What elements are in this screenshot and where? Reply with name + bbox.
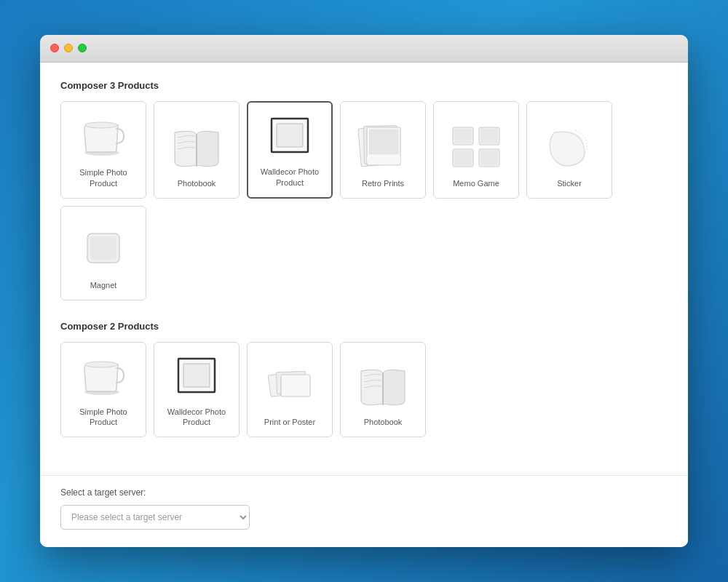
svg-rect-26 xyxy=(281,375,310,396)
composer2-section-title: Composer 2 Products xyxy=(60,321,668,332)
svg-rect-11 xyxy=(454,129,472,143)
svg-rect-13 xyxy=(480,129,498,143)
product-label-print-poster-c2: Print or Poster xyxy=(264,417,315,428)
product-label-walldecor-c3: Walldecor PhotoProduct xyxy=(261,167,319,188)
title-bar xyxy=(40,35,688,63)
product-label-retro-prints-c3: Retro Prints xyxy=(362,178,404,189)
svg-rect-17 xyxy=(480,151,498,165)
product-sticker-c3[interactable]: Sticker xyxy=(526,101,612,199)
product-magnet-c3[interactable]: Magnet xyxy=(60,206,146,300)
product-simple-photo-c2[interactable]: Simple Photo Product xyxy=(60,342,146,438)
svg-rect-19 xyxy=(90,236,116,260)
product-label-memo-game-c3: Memo Game xyxy=(453,178,499,189)
svg-point-1 xyxy=(85,122,117,128)
app-window: Composer 3 Products Simple PhotoProduct xyxy=(40,35,688,547)
sticker-icon xyxy=(540,121,598,172)
product-label-sticker-c3: Sticker xyxy=(557,178,582,189)
prints-icon xyxy=(354,121,412,172)
memo-icon xyxy=(447,121,505,172)
poster-icon xyxy=(261,360,319,411)
product-retro-prints-c3[interactable]: Retro Prints xyxy=(340,101,426,199)
window-content: Composer 3 Products Simple PhotoProduct xyxy=(40,63,688,475)
composer3-products-grid: Simple PhotoProduct Photobook xyxy=(60,101,668,300)
server-label: Select a target server: xyxy=(60,487,668,498)
product-label-simple-photo-c3: Simple PhotoProduct xyxy=(79,167,127,189)
composer3-section-title: Composer 3 Products xyxy=(60,80,668,91)
minimize-button[interactable] xyxy=(64,44,73,52)
composer2-products-grid: Simple Photo Product Walldecor PhotoProd… xyxy=(60,342,668,438)
mug-icon xyxy=(74,111,132,162)
svg-rect-4 xyxy=(277,124,303,147)
product-memo-game-c3[interactable]: Memo Game xyxy=(433,101,519,199)
magnet-icon xyxy=(74,223,132,274)
book2-icon xyxy=(354,360,412,411)
server-section: Select a target server: Please select a … xyxy=(40,475,688,547)
product-photobook-c3[interactable]: Photobook xyxy=(154,101,240,199)
product-simple-photo-c3[interactable]: Simple PhotoProduct xyxy=(60,101,146,199)
product-walldecor-c3[interactable]: Walldecor PhotoProduct xyxy=(247,101,333,199)
product-walldecor-c2[interactable]: Walldecor PhotoProduct xyxy=(154,342,240,438)
product-label-magnet-c3: Magnet xyxy=(90,280,117,291)
frame-icon xyxy=(261,110,319,161)
svg-point-21 xyxy=(85,362,117,367)
svg-rect-23 xyxy=(183,364,210,387)
svg-rect-9 xyxy=(367,156,400,162)
product-label-simple-photo-c2: Simple Photo Product xyxy=(67,407,140,428)
server-select[interactable]: Please select a target server Production… xyxy=(60,505,250,530)
maximize-button[interactable] xyxy=(78,44,87,52)
traffic-lights xyxy=(50,44,87,52)
frame2-icon xyxy=(167,350,226,401)
product-label-photobook-c2: Photobook xyxy=(364,417,403,428)
svg-rect-8 xyxy=(369,129,398,154)
close-button[interactable] xyxy=(50,44,59,52)
product-photobook-c2[interactable]: Photobook xyxy=(340,342,426,438)
product-print-poster-c2[interactable]: Print or Poster xyxy=(247,342,333,438)
book-icon xyxy=(167,121,226,172)
product-label-walldecor-c2: Walldecor PhotoProduct xyxy=(167,407,226,428)
svg-rect-15 xyxy=(454,151,472,165)
product-label-photobook-c3: Photobook xyxy=(178,178,216,189)
mug2-icon xyxy=(74,350,132,401)
